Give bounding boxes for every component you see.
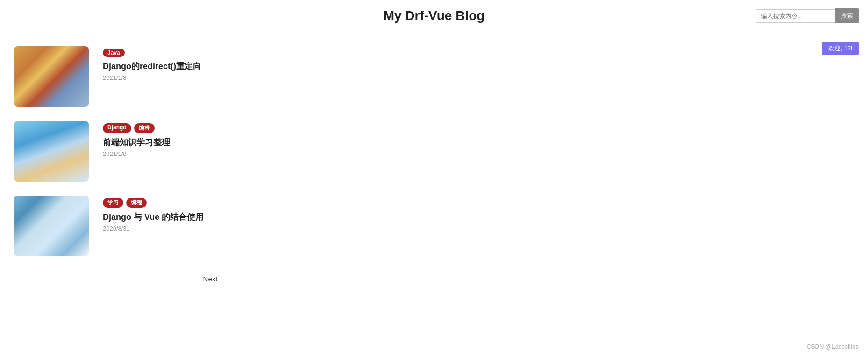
post-date: 2020/8/31: [103, 225, 406, 232]
search-area: 搜索: [756, 8, 859, 23]
post-thumbnail: [14, 46, 89, 107]
tag-badge: Java: [103, 49, 125, 57]
post-date: 2021/1/8: [103, 150, 406, 157]
site-title: My Drf-Vue Blog: [384, 8, 485, 23]
search-button[interactable]: 搜索: [835, 8, 859, 23]
post-title[interactable]: 前端知识学习整理: [103, 137, 406, 148]
welcome-badge: 欢迎, 12l: [822, 42, 859, 55]
post-title[interactable]: Django 与 Vue 的结合使用: [103, 211, 406, 223]
tag-badge: 编程: [134, 123, 155, 133]
post-list: JavaDjango的redirect()重定向2021/1/8Django编程…: [14, 46, 406, 256]
main-content: JavaDjango的redirect()重定向2021/1/8Django编程…: [0, 32, 420, 307]
search-input[interactable]: [756, 9, 835, 23]
post-item: Django编程前端知识学习整理2021/1/8: [14, 121, 406, 182]
post-item: JavaDjango的redirect()重定向2021/1/8: [14, 46, 406, 107]
post-thumbnail: [14, 196, 89, 256]
tag-list: Java: [103, 49, 406, 57]
post-thumbnail: [14, 121, 89, 182]
header: My Drf-Vue Blog 搜索: [0, 0, 868, 32]
tag-badge: Django: [103, 123, 131, 133]
pagination: Next: [14, 275, 406, 283]
post-content: JavaDjango的redirect()重定向2021/1/8: [103, 46, 406, 81]
tag-list: Django编程: [103, 123, 406, 133]
post-date: 2021/1/8: [103, 74, 406, 81]
tag-badge: 学习: [103, 198, 123, 208]
post-item: 学习编程Django 与 Vue 的结合使用2020/8/31: [14, 196, 406, 256]
post-title[interactable]: Django的redirect()重定向: [103, 61, 406, 72]
post-content: 学习编程Django 与 Vue 的结合使用2020/8/31: [103, 196, 406, 232]
tag-list: 学习编程: [103, 198, 406, 208]
post-content: Django编程前端知识学习整理2021/1/8: [103, 121, 406, 157]
next-page-link[interactable]: Next: [203, 275, 218, 283]
footer-credit: CSDN @Laccoliths: [807, 343, 859, 350]
tag-badge: 编程: [126, 198, 147, 208]
